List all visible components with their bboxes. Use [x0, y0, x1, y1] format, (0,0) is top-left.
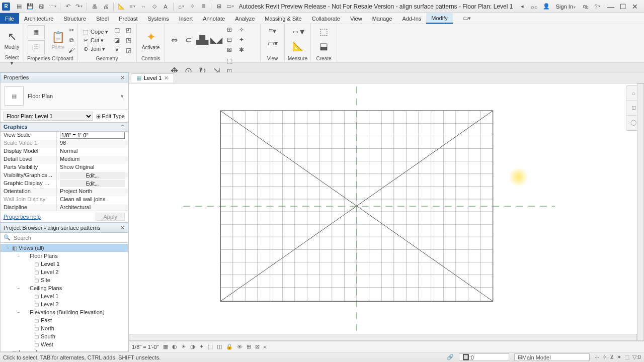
view-a-icon[interactable]: ≡▾: [264, 25, 281, 36]
measure-a-icon[interactable]: ↔▾: [288, 25, 307, 38]
ribbon-tab-file[interactable]: File: [0, 13, 19, 24]
cut-button[interactable]: ✂Cut ▾: [80, 37, 110, 44]
s5-icon[interactable]: ⬚: [624, 354, 629, 360]
sync-icon[interactable]: 🖫: [36, 2, 46, 12]
user-icon[interactable]: 👤: [542, 2, 551, 11]
dim-icon[interactable]: ↔: [138, 2, 148, 12]
geom-b-icon[interactable]: ◪: [112, 36, 122, 45]
align-icon[interactable]: ⇔: [168, 34, 180, 46]
prop-row[interactable]: Scale Value 1:96: [1, 140, 128, 148]
geom-a-icon[interactable]: ◫: [112, 26, 122, 35]
drawing-canvas[interactable]: [129, 83, 644, 341]
status-selection-combo[interactable]: 🔲:0: [459, 353, 509, 361]
prop-row[interactable]: Detail LevelMedium: [1, 156, 128, 164]
match-type-icon[interactable]: 🖌: [66, 46, 76, 55]
project-browser-search[interactable]: [14, 235, 125, 241]
ribbon-tab-insert[interactable]: Insert: [174, 13, 198, 24]
prop-edit-button[interactable]: Edit...: [60, 172, 125, 179]
project-browser-header[interactable]: Project Browser - align surface patterns…: [0, 223, 128, 233]
tree-item[interactable]: ▢East: [1, 316, 128, 324]
modify-select-button[interactable]: ↖Modify: [3, 25, 21, 54]
ribbon-tab-steel[interactable]: Steel: [91, 13, 114, 24]
workset-combo[interactable]: ⊞ Main Model: [514, 353, 590, 361]
prop-row[interactable]: Visibility/Graphics Over...Edit...: [1, 172, 128, 180]
ribbon-state-button[interactable]: ▭▾: [463, 13, 471, 24]
prop-input[interactable]: [60, 132, 125, 139]
join-button[interactable]: ⊕Join ▾: [80, 45, 110, 53]
qat-dropdown[interactable]: ⋯: [47, 2, 57, 12]
ribbon-tab-systems[interactable]: Systems: [142, 13, 174, 24]
mirror-axis-icon[interactable]: ▟▙: [196, 34, 208, 46]
activate-button[interactable]: ✦Activate: [140, 26, 162, 55]
type-selector[interactable]: ▦ Floor Plan ▾: [0, 82, 128, 110]
print-icon[interactable]: 🖶: [90, 2, 100, 12]
properties-button[interactable]: ☲: [28, 40, 45, 54]
properties-help-link[interactable]: Properties help: [4, 214, 41, 220]
s4-icon[interactable]: ✦: [617, 354, 621, 360]
exchange-icon[interactable]: 🛍: [581, 2, 590, 11]
text-icon[interactable]: A: [160, 2, 171, 12]
vcb-sun-icon[interactable]: ☀: [181, 343, 186, 350]
cut-clipboard-icon[interactable]: ✂: [66, 26, 76, 35]
prop-row[interactable]: Wall Join DisplayClean all wall joins: [1, 196, 128, 204]
tree-item[interactable]: ▢Level 2: [1, 268, 128, 276]
ribbon-tab-analyze[interactable]: Analyze: [230, 13, 260, 24]
apply-button[interactable]: Apply: [96, 213, 125, 221]
undo-icon[interactable]: ↶: [63, 2, 73, 12]
offset-icon[interactable]: ⊂: [182, 34, 194, 46]
tree-item[interactable]: ▢Level 2: [1, 300, 128, 308]
vcb-analytical-icon[interactable]: ⊠: [255, 343, 260, 350]
edit-type-button[interactable]: ⊞Edit Type: [96, 113, 125, 120]
geom-f-icon[interactable]: ◲: [123, 46, 133, 55]
3d-icon[interactable]: ⌂: [176, 2, 186, 12]
mod03-icon[interactable]: ⊠: [224, 45, 234, 54]
h-scrollbar[interactable]: [129, 334, 637, 341]
s2-icon[interactable]: ✧: [602, 354, 607, 360]
create-b-icon[interactable]: ⬓: [314, 40, 334, 53]
ribbon-tab-massing-site[interactable]: Massing & Site: [260, 13, 306, 24]
tree-item[interactable]: ▢Level 1: [1, 260, 128, 268]
tree-item[interactable]: ▢West: [1, 340, 128, 348]
ribbon-tab-annotate[interactable]: Annotate: [198, 13, 230, 24]
ribbon-tab-view[interactable]: View: [345, 13, 367, 24]
minimize-button[interactable]: —: [605, 2, 617, 12]
vcb-scale[interactable]: 1/8" = 1'-0": [132, 344, 159, 350]
tree-item[interactable]: ▢South: [1, 332, 128, 340]
vcb-lock-icon[interactable]: 🔒: [226, 343, 233, 350]
help-icon[interactable]: ?: [593, 2, 602, 11]
app-icon[interactable]: R: [2, 3, 10, 11]
properties-header[interactable]: Properties ✕: [0, 72, 128, 82]
type-caret-icon[interactable]: ▾: [121, 93, 124, 100]
status-icon-a[interactable]: 🔗: [447, 354, 454, 360]
measure-b-icon[interactable]: 📐: [288, 40, 307, 53]
vcb-render-icon[interactable]: ✦: [199, 343, 204, 350]
ribbon-tab-collaborate[interactable]: Collaborate: [307, 13, 345, 24]
open-icon[interactable]: ▤: [14, 2, 24, 12]
geom-c-icon[interactable]: ⊻: [112, 46, 122, 55]
vcb-reveal-icon[interactable]: ⊞: [247, 343, 251, 350]
prop-row[interactable]: Graphic Display OptionsEdit...: [1, 180, 128, 188]
cope-button[interactable]: ⬚Cope ▾: [80, 28, 110, 36]
ribbon-tab-manage[interactable]: Manage: [367, 13, 397, 24]
instance-selector[interactable]: Floor Plan: Level 1: [4, 112, 93, 121]
prop-edit-button[interactable]: Edit...: [60, 180, 125, 187]
tree-item[interactable]: ▢North: [1, 324, 128, 332]
prop-row[interactable]: OrientationProject North: [1, 188, 128, 196]
prop-row[interactable]: View Scale: [1, 132, 128, 140]
copy-clipboard-icon[interactable]: ⧉: [66, 36, 76, 45]
tree-item[interactable]: −Elevations (Building Elevation): [1, 308, 128, 316]
section-icon[interactable]: ✧: [187, 2, 197, 12]
mod01-icon[interactable]: ⊞: [224, 25, 234, 34]
view-tab-close-icon[interactable]: ✕: [164, 75, 169, 81]
filter-icon[interactable]: ▽:0: [632, 354, 641, 360]
align-icon[interactable]: ≡: [127, 2, 137, 12]
vcb-detail-icon[interactable]: ▦: [163, 343, 168, 350]
switch-win-icon[interactable]: ▭: [225, 2, 235, 12]
nav-left-icon[interactable]: ◂: [518, 2, 527, 11]
properties-type-button[interactable]: ▦: [28, 25, 45, 39]
tag-icon[interactable]: ◇: [149, 2, 159, 12]
mod06-icon[interactable]: ✱: [236, 45, 247, 54]
vcb-crop2-icon[interactable]: ◫: [217, 343, 222, 350]
maximize-button[interactable]: ☐: [617, 2, 629, 12]
tree-item[interactable]: −Floor Plans: [1, 252, 128, 260]
